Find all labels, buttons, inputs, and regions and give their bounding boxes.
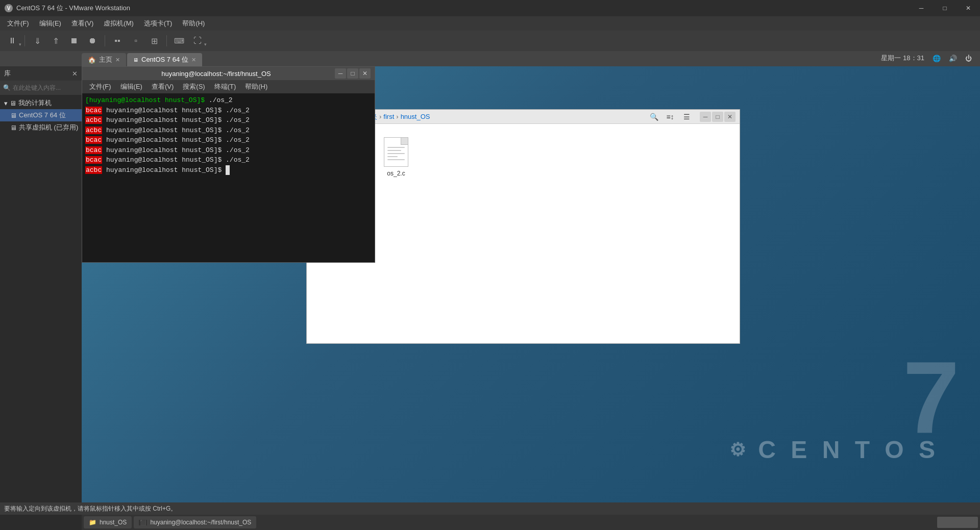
home-tab-close[interactable]: ✕ <box>115 57 120 63</box>
terminal-close-button[interactable]: ✕ <box>359 68 371 79</box>
centos-number-watermark: 7 <box>903 346 960 448</box>
term-menu-view[interactable]: 查看(V) <box>148 81 178 92</box>
close-button[interactable]: ✕ <box>957 0 980 16</box>
filemanager-taskbar-icon: 📁 <box>89 519 96 526</box>
window-controls: ─ □ ✕ <box>910 0 980 16</box>
taskbar-right <box>937 517 978 528</box>
menu-help[interactable]: 帮助(H) <box>177 17 210 30</box>
shared-vm-icon: 🖥 <box>10 124 17 132</box>
tree-item-label: 我的计算机 <box>18 98 52 108</box>
tree-item-label: CentOS 7 64 位 <box>19 111 66 120</box>
main-desktop-area: 7 ⚙ C E N T O S huyaning@localhost:~/fir… <box>82 66 980 515</box>
terminal-content[interactable]: [huyaning@localhost hnust_OS]$ ./os_2 bc… <box>82 93 375 262</box>
centos-tab-label: CentOS 7 64 位 <box>141 55 188 64</box>
sidebar-item-my-computer[interactable]: ▾ 🖥 我的计算机 <box>0 97 82 109</box>
search-input[interactable] <box>13 84 79 91</box>
receive-button[interactable]: ⇑ <box>47 34 64 48</box>
tab-bar: 🏠 主页 ✕ 🖥 CentOS 7 64 位 ✕ <box>0 51 980 66</box>
file-os2c-text[interactable]: os_2.c <box>373 134 419 180</box>
record-button[interactable]: ⏺ <box>84 34 101 48</box>
sidebar-tree: ▾ 🖥 我的计算机 🖥 CentOS 7 64 位 🖥 共享虚拟机 (已弃用) <box>0 95 82 136</box>
fm-minimize-button[interactable]: ─ <box>700 112 711 122</box>
centos-text-watermark: ⚙ C E N T O S <box>729 436 939 464</box>
fm-search-button[interactable]: 🔍 <box>647 110 661 123</box>
view1-button[interactable]: ▪▪ <box>109 34 126 48</box>
fm-close-button[interactable]: ✕ <box>724 112 736 122</box>
centos-label: C E N T O S <box>758 436 939 464</box>
terminal-menubar: 文件(F) 编辑(E) 查看(V) 搜索(S) 终端(T) 帮助(H) <box>82 80 375 93</box>
taskbar-item-filemanager[interactable]: 📁 hnust_OS <box>84 516 132 528</box>
search-icon: 🔍 <box>3 84 11 91</box>
network-icon: 🌐 <box>933 55 941 62</box>
breadcrumb-first[interactable]: first <box>383 113 394 120</box>
menu-tab[interactable]: 选项卡(T) <box>139 17 178 30</box>
input-hint-bar: 要将输入定向到该虚拟机，请将鼠标指针移入其中或按 Ctrl+G。 <box>0 502 980 515</box>
sidebar-item-centos[interactable]: 🖥 CentOS 7 64 位 <box>0 109 82 121</box>
terminal-line-3: acbc huyaning@localhost hnust_OS]$ ./os_… <box>85 125 372 136</box>
pause-button[interactable]: ⏸ ▾ <box>4 34 20 48</box>
send-button[interactable]: ⇓ <box>29 34 45 48</box>
terminal-line-6: bcac huyaning@localhost hnust_OS]$ ./os_… <box>85 155 372 165</box>
terminal-title: huyaning@localhost:~/first/hnust_OS <box>97 70 335 78</box>
fm-sort-button[interactable]: ≡↕ <box>663 110 677 123</box>
vmware-toolbar: ⏸ ▾ ⇓ ⇑ ⏹ ⏺ ▪▪ ▫ ⊞ ⌨ ⛶ ▾ <box>0 31 980 51</box>
taskbar-preview[interactable] <box>937 517 978 528</box>
tab-home[interactable]: 🏠 主页 ✕ <box>82 53 126 66</box>
fullscreen-button[interactable]: ⛶ ▾ <box>189 34 206 48</box>
menu-edit[interactable]: 编辑(E) <box>34 17 66 30</box>
computer-icon: 🖥 <box>10 99 16 107</box>
minimize-button[interactable]: ─ <box>910 0 933 16</box>
fm-menu-button[interactable]: ☰ <box>679 110 694 123</box>
menu-file[interactable]: 文件(F) <box>2 17 34 30</box>
app-title: CentOS 7 64 位 - VMware Workstation <box>16 4 130 13</box>
sidebar-header: 库 ✕ <box>0 66 82 81</box>
sidebar-title: 库 <box>4 69 11 78</box>
input-hint-text: 要将输入定向到该虚拟机，请将鼠标指针移入其中或按 Ctrl+G。 <box>4 504 177 513</box>
filemanager-taskbar-label: hnust_OS <box>100 519 127 526</box>
taskbar-item-terminal[interactable]: ⬛ huyaning@localhost:~/first/hnust_OS <box>134 516 256 528</box>
breadcrumb-hnust-os[interactable]: hnust_OS <box>401 113 430 120</box>
vm-icon: 🖥 <box>10 112 17 119</box>
toolbar-separator-3 <box>166 35 167 46</box>
sidebar-item-shared-vm[interactable]: 🖥 共享虚拟机 (已弃用) <box>0 121 82 134</box>
term-menu-search[interactable]: 搜索(S) <box>179 81 209 92</box>
file-os2c-name: os_2.c <box>387 170 405 177</box>
terminal-maximize-button[interactable]: □ <box>347 68 358 79</box>
status-bar: 星期一 18：31 🌐 🔊 ⏻ <box>873 51 980 65</box>
terminal-line-4: bcac huyaning@localhost hnust_OS]$ ./os_… <box>85 135 372 145</box>
vmware-logo-icon: V <box>4 4 13 13</box>
expand-icon: ▾ <box>4 99 8 107</box>
sidebar-search-area[interactable]: 🔍 <box>0 81 82 95</box>
terminal-button[interactable]: ⌨ <box>171 34 187 48</box>
home-tab-label: 主页 <box>99 55 112 64</box>
term-menu-file[interactable]: 文件(F) <box>85 81 115 92</box>
menu-view[interactable]: 查看(V) <box>66 17 99 30</box>
bottom-sidebar-status <box>0 515 82 530</box>
maximize-button[interactable]: □ <box>933 0 957 16</box>
terminal-taskbar-label: huyaning@localhost:~/first/hnust_OS <box>150 519 251 526</box>
terminal-minimize-button[interactable]: ─ <box>335 68 346 79</box>
centos-tab-close[interactable]: ✕ <box>191 57 196 63</box>
sidebar: 库 ✕ 🔍 ▾ 🖥 我的计算机 🖥 CentOS 7 64 位 🖥 共享虚拟机 … <box>0 66 82 515</box>
taskbar: 📁 hnust_OS ⬛ huyaning@localhost:~/first/… <box>82 515 980 530</box>
view2-button[interactable]: ▫ <box>128 34 144 48</box>
term-menu-help[interactable]: 帮助(H) <box>241 81 272 92</box>
term-menu-edit[interactable]: 编辑(E) <box>116 81 146 92</box>
stop-button[interactable]: ⏹ <box>66 34 82 48</box>
view3-button[interactable]: ⊞ <box>146 34 162 48</box>
toolbar-separator <box>24 35 25 46</box>
fm-maximize-button[interactable]: □ <box>712 112 723 122</box>
vmware-titlebar: V CentOS 7 64 位 - VMware Workstation ─ □… <box>0 0 980 16</box>
power-icon: ⏻ <box>965 55 972 62</box>
sidebar-close-icon[interactable]: ✕ <box>72 70 78 78</box>
terminal-line-7: acbc huyaning@localhost hnust_OS]$ <box>85 165 372 175</box>
term-menu-terminal[interactable]: 终端(T) <box>210 81 240 92</box>
datetime-display: 星期一 18：31 <box>881 54 924 63</box>
terminal-line-5: bcac huyaning@localhost hnust_OS]$ ./os_… <box>85 145 372 156</box>
menu-vm[interactable]: 虚拟机(M) <box>99 17 139 30</box>
terminal-line-2: acbc huyaning@localhost hnust_OS]$ ./os_… <box>85 115 372 125</box>
tab-centos[interactable]: 🖥 CentOS 7 64 位 ✕ <box>127 53 202 66</box>
terminal-line-0: [huyaning@localhost hnust_OS]$ ./os_2 <box>85 95 372 106</box>
svg-text:V: V <box>7 6 11 11</box>
tree-item-label: 共享虚拟机 (已弃用) <box>19 123 78 132</box>
